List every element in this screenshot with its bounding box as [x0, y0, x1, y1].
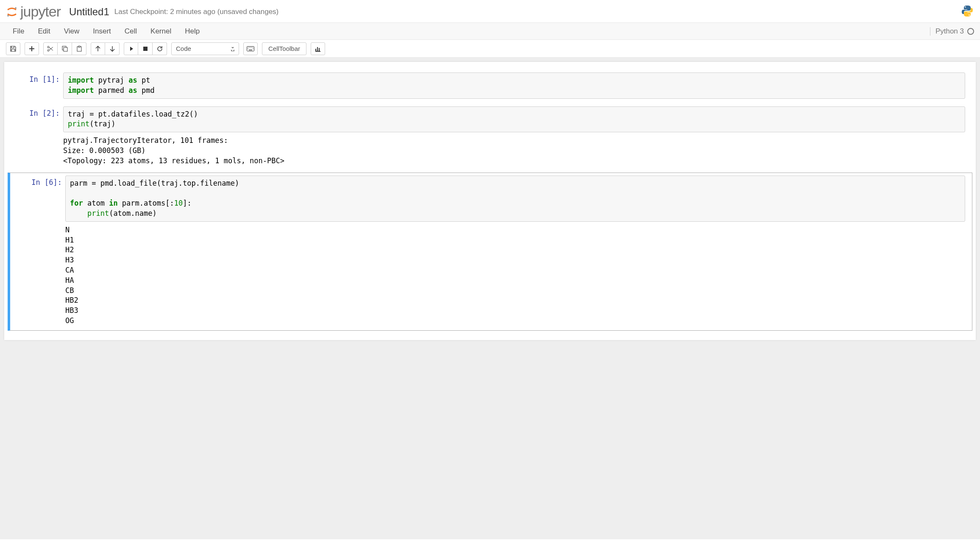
svg-point-4	[47, 46, 49, 48]
run-button[interactable]	[124, 42, 138, 55]
refresh-icon	[157, 46, 163, 52]
svg-point-2	[965, 6, 966, 8]
notebook-title[interactable]: Untitled1	[69, 6, 109, 18]
menu-view[interactable]: View	[57, 24, 86, 39]
keyboard-icon	[247, 46, 254, 51]
cell-toolbar-button[interactable]: CellToolbar	[262, 42, 306, 55]
svg-rect-10	[143, 47, 148, 51]
copy-button[interactable]	[58, 42, 72, 55]
kernel-idle-icon	[967, 28, 974, 35]
svg-point-5	[47, 50, 49, 51]
toolbar: Code CellToolbar	[0, 40, 980, 58]
run-icon	[128, 46, 134, 52]
paste-button[interactable]	[72, 42, 86, 55]
svg-point-3	[969, 14, 970, 16]
cell-output: pytraj.TrajectoryIterator, 101 frames: S…	[63, 132, 965, 167]
arrow-down-icon	[110, 46, 115, 52]
input-prompt: In [2]:	[8, 106, 63, 168]
svg-point-0	[15, 7, 17, 9]
python-logo-icon	[961, 4, 974, 19]
code-input[interactable]: parm = pmd.load_file(traj.top.filename) …	[65, 176, 965, 222]
save-button[interactable]	[6, 42, 20, 55]
code-input[interactable]: traj = pt.datafiles.load_tz2() print(tra…	[63, 106, 965, 133]
header-bar: jupyter Untitled1 Last Checkpoint: 2 min…	[0, 0, 980, 23]
scissors-icon	[47, 46, 54, 52]
input-prompt: In [1]:	[8, 73, 63, 99]
command-palette-button[interactable]	[243, 42, 258, 55]
code-cell[interactable]: In [2]:traj = pt.datafiles.load_tz2() pr…	[8, 103, 972, 171]
kernel-name-label: Python 3	[935, 27, 964, 36]
cell-body: traj = pt.datafiles.load_tz2() print(tra…	[63, 106, 969, 168]
menu-kernel[interactable]: Kernel	[144, 24, 178, 39]
jupyter-word: jupyter	[20, 3, 61, 20]
code-input[interactable]: import pytraj as pt import parmed as pmd	[63, 73, 965, 99]
interrupt-button[interactable]	[138, 42, 153, 55]
svg-point-1	[7, 15, 9, 17]
svg-point-17	[248, 48, 248, 49]
cut-button[interactable]	[43, 42, 58, 55]
jupyter-icon	[6, 6, 18, 18]
cell-body: parm = pmd.load_file(traj.top.filename) …	[65, 176, 969, 328]
cell-body: import pytraj as pt import parmed as pmd	[63, 73, 969, 99]
cell-output: N H1 H2 H3 CA HA CB HB2 HB3 OG	[65, 222, 965, 328]
menu-edit[interactable]: Edit	[31, 24, 57, 39]
menu-file[interactable]: File	[6, 24, 31, 39]
move-up-button[interactable]	[91, 42, 105, 55]
svg-point-14	[250, 47, 251, 47]
menu-help[interactable]: Help	[178, 24, 206, 39]
bar-chart-icon	[315, 46, 321, 52]
menu-cell[interactable]: Cell	[118, 24, 144, 39]
restart-button[interactable]	[153, 42, 167, 55]
stop-icon	[143, 46, 148, 51]
svg-point-16	[253, 47, 253, 47]
plus-icon	[29, 46, 35, 52]
copy-icon	[62, 46, 68, 52]
svg-rect-7	[64, 47, 67, 51]
svg-rect-19	[249, 50, 252, 50]
add-cell-button[interactable]	[25, 42, 39, 55]
notebook-scroll-area[interactable]: In [1]:import pytraj as pt import parmed…	[0, 58, 980, 539]
code-cell[interactable]: In [1]:import pytraj as pt import parmed…	[8, 70, 972, 102]
notebook-container: In [1]:import pytraj as pt import parmed…	[4, 62, 976, 340]
svg-rect-9	[78, 46, 80, 47]
clipboard-icon	[76, 46, 82, 52]
menu-insert[interactable]: Insert	[86, 24, 118, 39]
kernel-indicator: Python 3	[930, 27, 974, 36]
code-cell[interactable]: In [6]:parm = pmd.load_file(traj.top.fil…	[8, 173, 972, 331]
arrow-up-icon	[95, 46, 100, 52]
chart-button[interactable]	[311, 42, 325, 55]
menubar: FileEditViewInsertCellKernelHelp Python …	[0, 23, 980, 40]
cell-type-select[interactable]: Code	[171, 42, 239, 55]
svg-point-13	[249, 47, 249, 47]
move-down-button[interactable]	[105, 42, 120, 55]
svg-point-18	[253, 48, 253, 49]
checkpoint-text: Last Checkpoint: 2 minutes ago (unsaved …	[114, 8, 278, 16]
jupyter-logo[interactable]: jupyter	[6, 3, 61, 20]
save-icon	[10, 46, 16, 52]
svg-point-15	[251, 47, 252, 47]
input-prompt: In [6]:	[10, 176, 65, 328]
svg-point-12	[248, 47, 248, 47]
